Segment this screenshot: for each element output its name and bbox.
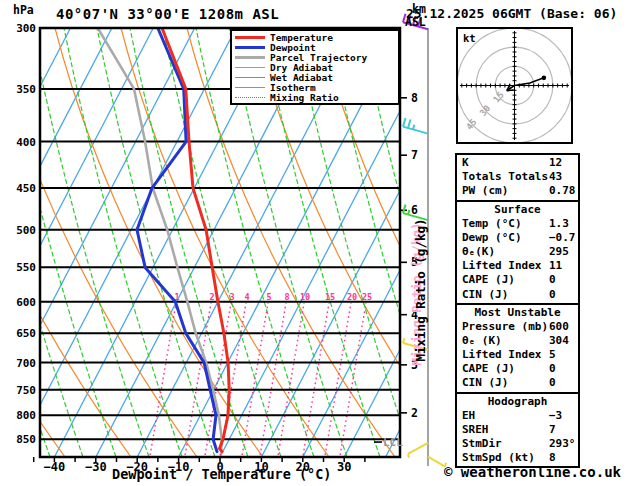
table-section: K12Totals Totals43PW (cm)0.78 — [455, 153, 580, 202]
row-label: Temp (°C) — [462, 217, 522, 231]
mixing-ratio-value-label: 15 — [325, 292, 335, 302]
temp-tick-label: 30 — [337, 460, 351, 474]
table-row: Pressure (mb)600 — [457, 320, 578, 334]
row-value: 8 — [549, 451, 556, 465]
hodograph-ring-label: 30 — [478, 103, 493, 118]
row-value: 295 — [549, 245, 569, 259]
hodograph-trace-start-dot — [542, 76, 547, 81]
mixing-ratio-value-label: 4 — [244, 292, 249, 302]
legend-line-sample — [235, 87, 265, 88]
row-value: 0 — [549, 288, 556, 302]
table-row: Totals Totals43 — [457, 170, 578, 184]
legend-item-label: Dewpoint — [270, 43, 316, 52]
legend-item-label: Isotherm — [270, 83, 316, 92]
pressure-tick-label: 400 — [16, 136, 36, 149]
table-row: Temp (°C)1.3 — [457, 217, 578, 231]
row-label: SREH — [462, 423, 489, 437]
mixing-ratio-value-label: 10 — [300, 292, 310, 302]
row-value: −3 — [549, 409, 562, 423]
valid-time-label: 25.12.2025 06GMT (Base: 06) — [406, 6, 617, 21]
row-value: 0 — [549, 362, 556, 376]
table-row: CIN (J)0 — [457, 288, 578, 302]
wet-adiabat-line — [64, 28, 182, 457]
isotherm-line — [13, 28, 236, 457]
temperature-trace — [162, 28, 229, 452]
row-value: 0 — [549, 273, 556, 287]
legend-item: Mixing Ratio — [235, 93, 398, 103]
row-label: Lifted Index — [462, 259, 541, 273]
mixing-ratio-value-label: 20 — [347, 292, 357, 302]
pressure-tick-label: 750 — [16, 384, 36, 397]
table-row: K12 — [457, 156, 578, 170]
temp-axis-title: Dewpoint / Temperature (°C) — [112, 466, 331, 482]
wet-adiabat-line — [97, 28, 215, 457]
temp-tick-label: −40 — [44, 460, 66, 474]
table-row: CIN (J)0 — [457, 376, 578, 390]
km-tick-label: 7 — [411, 148, 418, 162]
mixing-ratio-value-label: 5 — [266, 292, 271, 302]
row-value: 43 — [549, 170, 562, 184]
legend-item: Isotherm — [235, 82, 398, 92]
row-label: CAPE (J) — [462, 273, 515, 287]
table-section-header: Hodograph — [457, 395, 578, 409]
traces-group — [98, 28, 229, 452]
wind-barb-shaft — [403, 127, 428, 134]
table-row: SREH7 — [457, 423, 578, 437]
legend-item-label: Mixing Ratio — [270, 93, 339, 102]
table-row: θₑ(K)295 — [457, 245, 578, 259]
legend-line-sample — [235, 46, 265, 49]
row-value: 11 — [549, 259, 562, 273]
legend-line-sample — [235, 77, 265, 78]
row-value: 12 — [549, 156, 562, 170]
row-value: 7 — [549, 423, 556, 437]
pressure-tick-label: 700 — [16, 357, 36, 370]
wind-barb-half-tick — [413, 125, 414, 130]
wind-barb-half-tick — [403, 338, 404, 343]
row-value: 1.3 — [549, 217, 569, 231]
row-label: CIN (J) — [462, 288, 508, 302]
legend-item: Dry Adiabat — [235, 62, 398, 72]
pressure-tick-label: 800 — [16, 409, 36, 422]
pressure-tick-label: 500 — [16, 224, 36, 237]
pressure-tick-label: 300 — [16, 22, 36, 35]
km-tick-label: 2 — [411, 406, 418, 420]
legend-item-label: Wet Adiabat — [270, 73, 333, 82]
temp-tick-label: −30 — [85, 460, 107, 474]
row-label: StmDir — [462, 437, 502, 451]
legend-box: TemperatureDewpointParcel TrajectoryDry … — [230, 29, 400, 105]
wet-adiabat-line — [31, 28, 149, 457]
wind-barb — [408, 443, 428, 458]
row-value: 304 — [549, 334, 569, 348]
wind-barb-full-tick — [408, 120, 411, 129]
pressure-tick-label: 650 — [16, 327, 36, 340]
row-value: 0.78 — [549, 184, 576, 198]
row-label: Pressure (mb) — [462, 320, 548, 334]
row-value: 5 — [549, 348, 556, 362]
legend-line-sample — [235, 36, 265, 39]
mixing-ratio-value-label: 8 — [284, 292, 289, 302]
pressure-tick-label: 450 — [16, 182, 36, 195]
table-row: PW (cm)0.78 — [457, 184, 578, 198]
legend-item-label: Parcel Trajectory — [270, 53, 367, 62]
wind-barb-full-tick — [403, 118, 406, 127]
mixing-ratio-value-label: 3 — [229, 292, 234, 302]
legend-item: Dewpoint — [235, 42, 398, 52]
table-row: EH−3 — [457, 409, 578, 423]
row-value: 600 — [549, 320, 569, 334]
table-section: Most UnstablePressure (mb)600θₑ (K)304Li… — [455, 303, 580, 394]
table-section-header: Surface — [457, 203, 578, 217]
hodograph-ring-label: 15 — [491, 90, 506, 105]
legend-line-sample — [235, 56, 265, 59]
row-value: 0 — [549, 376, 556, 390]
pressure-axis-unit: hPa — [13, 3, 34, 17]
row-label: θₑ(K) — [462, 245, 495, 259]
row-label: Lifted Index — [462, 348, 541, 362]
row-label: EH — [462, 409, 475, 423]
mixing-axis-title: Mixing Ratio (g/kg) — [413, 210, 427, 370]
row-label: StmSpd (kt) — [462, 451, 535, 465]
mixing-ratio-line — [242, 303, 268, 455]
legend-item: Temperature — [235, 32, 398, 42]
mixing-ratio-line — [150, 303, 176, 455]
table-section: HodographEH−3SREH7StmDir293°StmSpd (kt)8 — [455, 392, 580, 469]
indices-table: K12Totals Totals43PW (cm)0.78SurfaceTemp… — [455, 153, 580, 468]
